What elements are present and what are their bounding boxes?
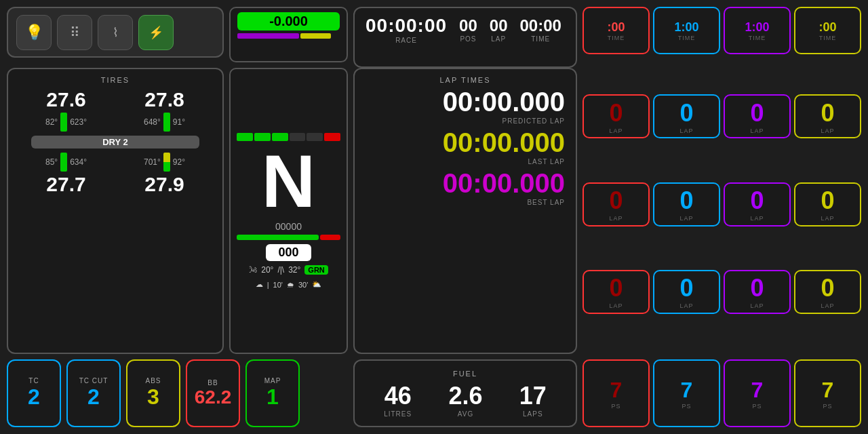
- mini-val-lap1-gold: 0: [821, 99, 834, 127]
- tire-br-outer: 92°: [173, 157, 185, 167]
- tire-bar-bl: [60, 153, 67, 172]
- speed-bars: [237, 33, 340, 39]
- mini-card-lap1-red: 0 LAP: [583, 94, 650, 138]
- mini-val-lap1-purple: 0: [750, 99, 764, 127]
- fuel-litres-label: LITRES: [384, 410, 412, 418]
- tc-value: 2: [28, 384, 40, 410]
- tire-temp-tr: 27.8: [116, 88, 213, 111]
- lap-times-title: LAP TIMES: [366, 76, 565, 84]
- mini-val-bottom-purple: 7: [751, 378, 764, 403]
- mini-val-bottom-gold: 7: [822, 378, 834, 403]
- tc-card: TC 2: [7, 359, 61, 427]
- main-screen: 💡 ⠿ ⌇ ⚡ -0.000 00:00:00 RACE 00 POS 00: [0, 0, 868, 434]
- tire-sub-bl: 85° 634°: [18, 153, 115, 172]
- cloud-icon: ☁: [256, 280, 263, 289]
- bb-card: BB 62.2: [186, 359, 240, 427]
- mini-val-lap3-purple: 0: [750, 274, 764, 302]
- best-lap-row: 00:00.000 BEST LAP: [366, 168, 565, 206]
- fuel-bar: [237, 235, 341, 240]
- predicted-lap-row: 00:00.000 PREDICTED LAP: [366, 87, 565, 125]
- abs-value: 3: [147, 384, 159, 410]
- rpm-seg-1: [237, 133, 253, 141]
- mini-label-bottom-red: PS: [611, 403, 620, 410]
- fuel-laps-item: 17 LAPS: [519, 382, 547, 418]
- mini-label-bottom-gold: PS: [823, 403, 832, 410]
- mini-label-lap2-cyan: LAP: [679, 215, 693, 222]
- grid-button[interactable]: ⠿: [57, 15, 92, 50]
- tc-cut-value: 2: [87, 384, 100, 410]
- fuel-laps-label: LAPS: [519, 410, 547, 418]
- gear-card: N 00000 000 🌬 20° /|\ 32° GRN ☁ | 10' 🌧 …: [229, 68, 348, 354]
- rpm-seg-6: [324, 133, 340, 141]
- race-time-label: TIME: [520, 35, 561, 43]
- race-time-group: 00:00 TIME: [520, 16, 561, 43]
- mini-time-cyan: 1:00: [674, 20, 698, 35]
- weather-wind: 20°: [261, 265, 273, 275]
- last-lap-row: 00:00.000 LAST LAP: [366, 127, 565, 165]
- lap-times-card: LAP TIMES 00:00.000 PREDICTED LAP 00:00.…: [353, 68, 577, 354]
- mini-val-lap2-cyan: 0: [679, 186, 693, 215]
- tire-sub-tl: 82° 623°: [18, 113, 115, 132]
- tc-label: TC: [28, 377, 39, 384]
- speed-display: -0.000: [237, 12, 340, 31]
- light-button[interactable]: 💡: [16, 15, 52, 50]
- mini-card-time-red: :00 TIME: [583, 7, 650, 54]
- tire-tr-outer: 91°: [173, 117, 185, 127]
- wiper-button[interactable]: ⌇: [98, 15, 133, 50]
- weather-row2: ☁ | 10' 🌧 30' ⛅: [252, 277, 326, 292]
- mini-val-lap3-cyan: 0: [679, 274, 693, 302]
- mini-label-time-purple: TIME: [749, 35, 766, 41]
- race-status-card: 00:00:00 RACE 00 POS 00 LAP 00:00 TIME: [353, 7, 577, 68]
- abs-label: ABS: [145, 377, 161, 384]
- weather-wind-icon: 🌬: [249, 265, 257, 275]
- speed-bar-purple: [237, 33, 299, 39]
- gear-number: 00000: [275, 221, 302, 232]
- battery-button[interactable]: ⚡: [138, 15, 174, 50]
- mini-time-purple: 1:00: [745, 20, 769, 35]
- mini-val-lap2-gold: 0: [821, 186, 834, 215]
- mini-card-lap3-red: 0 LAP: [583, 270, 650, 314]
- fuel-litres: 46: [384, 382, 412, 410]
- mini-card-lap3-purple: 0 LAP: [724, 270, 791, 314]
- mini-time-gold: :00: [818, 20, 836, 35]
- best-lap-time: 00:00.000: [366, 168, 565, 199]
- fuel-critical: [320, 235, 340, 240]
- mini-label-lap1-purple: LAP: [750, 127, 764, 134]
- last-lap-time: 00:00.000: [366, 127, 565, 158]
- race-pos-label: POS: [459, 35, 477, 43]
- fuel-litres-item: 46 LITRES: [384, 382, 412, 418]
- tire-bar-tr: [163, 113, 170, 132]
- fuel-fill: [237, 235, 319, 240]
- mini-val-lap2-red: 0: [609, 186, 623, 215]
- fuel-laps: 17: [519, 382, 547, 410]
- mini-val-lap1-cyan: 0: [679, 99, 693, 127]
- mini-val-lap3-gold: 0: [821, 274, 834, 302]
- right-bottom-panel: 7 PS 7 PS 7 PS 7 PS: [583, 359, 861, 427]
- mini-val-bottom-red: 7: [610, 378, 623, 403]
- mini-label-lap3-purple: LAP: [750, 302, 764, 309]
- flag-badge: GRN: [304, 265, 328, 275]
- mini-label-lap3-cyan: LAP: [679, 302, 693, 309]
- mini-val-bottom-cyan: 7: [681, 378, 693, 403]
- fuel-card: FUEL 46 LITRES 2.6 AVG 17 LAPS: [353, 359, 577, 427]
- rain-10: 10': [273, 281, 283, 289]
- gear-letter: N: [262, 144, 315, 218]
- tire-temp-br: 27.9: [116, 173, 213, 196]
- mini-card-bottom-purple: 7 PS: [724, 359, 791, 427]
- map-label: MAP: [264, 377, 281, 384]
- mini-label-time-gold: TIME: [819, 35, 837, 41]
- mini-card-lap3-cyan: 0 LAP: [653, 270, 720, 314]
- fuel-avg-label: AVG: [448, 410, 482, 418]
- tire-bar-br: [163, 153, 170, 172]
- tire-br-inner: 701°: [144, 157, 161, 167]
- mini-label-time-cyan: TIME: [678, 35, 696, 41]
- bottom-stats-row: TC 2 TC CUT 2 ABS 3 BB 62.2 MAP 1: [7, 359, 224, 427]
- race-pos-group: 00 POS: [459, 16, 477, 43]
- map-value: 1: [267, 384, 279, 410]
- mini-card-bottom-cyan: 7 PS: [653, 359, 720, 427]
- mini-label-lap2-red: LAP: [609, 215, 623, 222]
- rain-30: 30': [298, 281, 308, 289]
- mini-label-time-red: TIME: [608, 35, 625, 41]
- tires-title: TIRES: [18, 76, 213, 84]
- mini-val-lap3-red: 0: [609, 274, 623, 302]
